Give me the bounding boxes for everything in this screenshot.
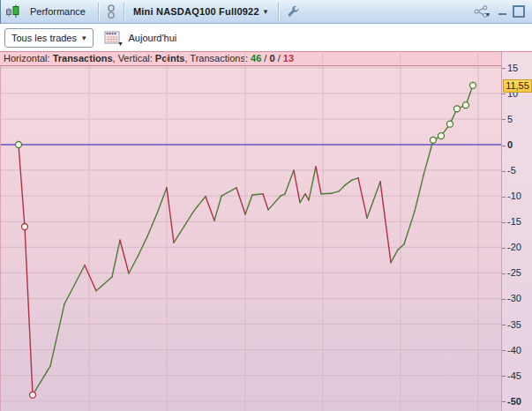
chevron-down-icon: ▾ xyxy=(486,11,490,19)
y-axis-label: -35 xyxy=(507,319,521,330)
y-axis-tick xyxy=(502,222,506,223)
wins-count: 46 xyxy=(251,53,261,64)
y-axis-label: 5 xyxy=(507,114,513,124)
filter-toolbar: Tous les trades ▾ ▾ Aujourd'hui xyxy=(0,24,532,51)
date-range-label: Aujourd'hui xyxy=(129,33,177,43)
y-axis-label: -5 xyxy=(507,165,516,176)
y-axis-label: 0 xyxy=(507,139,513,150)
y-axis-tick xyxy=(502,68,506,69)
current-value-badge: 11,55 xyxy=(503,79,532,93)
y-axis-tick xyxy=(502,273,506,274)
header-gridline xyxy=(400,53,401,64)
trade-marker xyxy=(16,142,22,148)
performance-candles-icon xyxy=(1,3,25,21)
y-axis-tick xyxy=(502,119,506,120)
tab-performance[interactable]: Performance xyxy=(25,6,93,17)
chevron-down-icon[interactable]: ▾ xyxy=(259,7,273,16)
y-axis-tick xyxy=(502,197,506,198)
chevron-down-icon: ▾ xyxy=(119,40,123,48)
y-axis-tick xyxy=(502,376,506,377)
y-axis-points-scale[interactable]: 11,55 151050-5-10-15-20-25-30-35-40-45-5… xyxy=(501,51,532,411)
chevron-down-icon: ▾ xyxy=(82,34,86,42)
header-gridline xyxy=(88,53,89,64)
trade-marker xyxy=(470,82,476,88)
header-gridline xyxy=(322,53,323,64)
y-axis-tick xyxy=(502,248,506,249)
trade-marker xyxy=(454,106,461,112)
equity-curve-chart[interactable] xyxy=(0,66,501,411)
toolbar-separator xyxy=(278,3,279,21)
y-axis-tick xyxy=(502,401,506,402)
instrument-link-icon[interactable] xyxy=(104,3,118,21)
y-axis-tick xyxy=(502,93,506,94)
date-picker-button[interactable]: ▾ xyxy=(104,30,121,45)
maximize-button[interactable] xyxy=(513,5,525,18)
y-axis-tick xyxy=(502,350,506,351)
share-connections-icon[interactable]: ▾ xyxy=(471,3,492,21)
header-gridline xyxy=(166,53,167,64)
y-axis-label: 15 xyxy=(507,63,518,73)
chart-axis-legend: Horizontal: Transactions, Vertical: Poin… xyxy=(0,51,501,66)
y-axis-tick xyxy=(502,325,506,325)
trade-marker xyxy=(30,392,36,398)
y-axis-label: -15 xyxy=(507,216,521,227)
trade-marker xyxy=(22,224,28,230)
y-axis-label: -30 xyxy=(507,293,521,303)
y-axis-label: -45 xyxy=(507,370,521,381)
trade-marker xyxy=(447,121,453,127)
y-axis-label: -25 xyxy=(507,267,521,278)
instrument-selector[interactable]: Mini NASDAQ100 Full0922 xyxy=(130,6,259,17)
trade-marker xyxy=(431,137,437,143)
y-axis-label: -50 xyxy=(507,396,521,407)
trade-marker xyxy=(438,133,445,139)
trade-marker xyxy=(463,102,469,108)
window-titlebar: Performance Mini NASDAQ100 Full0922 ▾ xyxy=(0,0,532,24)
y-axis-label: -20 xyxy=(507,242,521,252)
performance-chart-area: Horizontal: Transactions, Vertical: Poin… xyxy=(0,51,532,411)
header-gridline xyxy=(477,53,478,64)
y-axis-tick xyxy=(502,171,506,172)
y-axis-label: -40 xyxy=(507,345,521,355)
properties-wrench-icon[interactable] xyxy=(284,3,303,21)
trades-filter-dropdown[interactable]: Tous les trades ▾ xyxy=(4,28,94,48)
trades-filter-label: Tous les trades xyxy=(11,33,77,43)
losses-count: 13 xyxy=(283,53,294,64)
toolbar-separator xyxy=(124,3,124,21)
y-axis-label: -10 xyxy=(507,191,521,201)
y-axis-tick xyxy=(502,146,506,146)
performance-window: Performance Mini NASDAQ100 Full0922 ▾ xyxy=(0,0,532,411)
header-gridline xyxy=(244,53,245,64)
minimize-button[interactable] xyxy=(498,13,506,15)
y-axis-tick xyxy=(502,299,506,300)
toolbar-separator xyxy=(98,3,99,21)
